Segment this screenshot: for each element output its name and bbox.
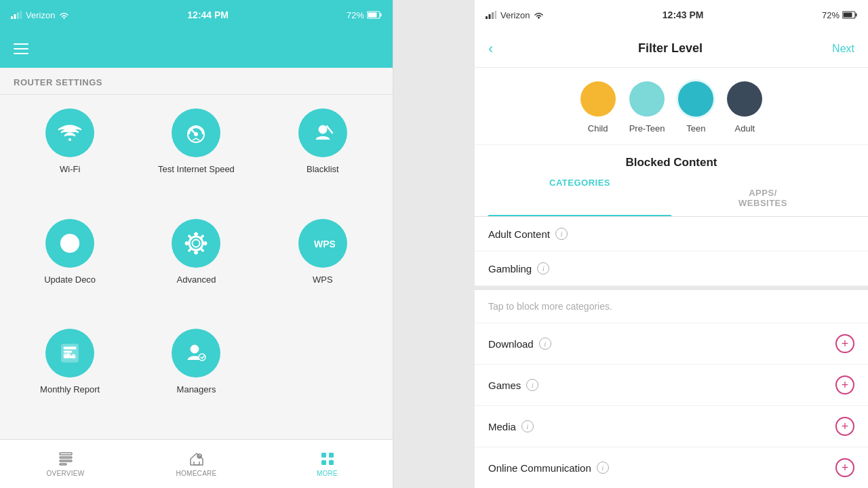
filter-preteen[interactable]: Pre-Teen xyxy=(629,81,665,134)
router-settings-grid: Wi-Fi Test Internet Speed xyxy=(0,95,393,439)
report-icon xyxy=(58,341,82,365)
adult-content-info-icon[interactable]: i xyxy=(555,228,568,240)
media-name: Media xyxy=(488,421,516,432)
nav-homecare-label: HOMECARE xyxy=(176,470,216,477)
battery-right-icon xyxy=(842,11,857,19)
svg-rect-38 xyxy=(489,14,491,19)
filter-teen[interactable]: Teen xyxy=(678,81,713,134)
signal-icon xyxy=(11,11,22,19)
signal-right-icon xyxy=(486,11,496,19)
gambling-name: Gambling xyxy=(488,263,532,274)
grid-item-wps[interactable]: WPS WPS xyxy=(260,219,386,323)
category-download[interactable]: Download i + xyxy=(475,323,868,365)
category-games[interactable]: Games i + xyxy=(475,365,868,406)
svg-rect-33 xyxy=(329,453,334,458)
blacklist-label: Blacklist xyxy=(307,164,339,176)
adult-label: Adult xyxy=(735,123,755,134)
advanced-label: Advanced xyxy=(177,274,216,286)
category-adult-content[interactable]: Adult Content i xyxy=(475,217,868,251)
tab-apps-websites[interactable]: APPS/ WEBSITES xyxy=(671,169,854,216)
download-add-button[interactable]: + xyxy=(835,334,854,353)
svg-rect-22 xyxy=(67,354,69,358)
blocked-content-header: Blocked Content xyxy=(475,145,868,169)
online-communication-add-button[interactable]: + xyxy=(835,458,854,477)
grid-item-test-speed[interactable]: Test Internet Speed xyxy=(133,108,259,212)
category-gambling[interactable]: Gambling i xyxy=(475,251,868,286)
nav-item-overview[interactable]: OVERVIEW xyxy=(0,451,131,477)
svg-rect-3 xyxy=(20,11,22,19)
svg-rect-37 xyxy=(486,16,488,19)
adult-circle xyxy=(727,81,762,117)
blacklist-icon xyxy=(311,121,335,145)
nav-more-label: MORE xyxy=(317,470,338,477)
grid-item-managers[interactable]: Managers xyxy=(133,329,259,432)
svg-point-9 xyxy=(195,133,197,136)
update-deco-icon-circle xyxy=(45,219,94,268)
person-gear-icon xyxy=(184,341,208,365)
svg-rect-32 xyxy=(321,453,326,458)
games-info-icon[interactable]: i xyxy=(526,379,538,391)
download-left: Download i xyxy=(488,338,551,350)
blocked-content-title: Blocked Content xyxy=(625,156,717,169)
monthly-report-label: Monthly Report xyxy=(40,384,100,396)
wifi-icon xyxy=(58,121,82,145)
grid-item-advanced[interactable]: Advanced xyxy=(133,219,259,323)
grid-item-wifi[interactable]: Wi-Fi xyxy=(7,108,133,212)
grid-item-blacklist[interactable]: Blacklist xyxy=(260,108,386,212)
games-add-button[interactable]: + xyxy=(835,375,854,394)
managers-icon-circle xyxy=(172,329,220,378)
svg-point-10 xyxy=(319,125,327,134)
svg-text:WPS: WPS xyxy=(314,239,335,249)
blacklist-icon-circle xyxy=(298,108,347,157)
download-info-icon[interactable]: i xyxy=(539,338,551,350)
media-left: Media i xyxy=(488,420,534,432)
right-status-right: 72% xyxy=(822,10,857,20)
gambling-info-icon[interactable]: i xyxy=(537,262,549,274)
phones-spacer xyxy=(393,0,434,488)
category-online-communication[interactable]: Online Communication i + xyxy=(475,447,868,488)
preteen-label: Pre-Teen xyxy=(629,123,665,134)
managers-label: Managers xyxy=(177,384,216,396)
online-communication-name: Online Communication xyxy=(488,462,591,474)
wps-icon-circle: WPS xyxy=(298,219,347,268)
adult-content-left: Adult Content i xyxy=(488,228,568,240)
tab-categories[interactable]: CATEGORIES xyxy=(488,169,671,216)
update-deco-label: Update Deco xyxy=(44,274,96,286)
more-icon xyxy=(319,451,336,467)
monthly-report-icon-circle xyxy=(45,329,94,378)
grid-item-monthly-report[interactable]: Monthly Report xyxy=(7,329,133,432)
svg-rect-34 xyxy=(321,460,326,465)
bottom-nav: OVERVIEW HOMECARE MORE xyxy=(0,439,393,488)
wifi-label: Wi-Fi xyxy=(60,164,80,176)
filter-child[interactable]: Child xyxy=(580,81,616,134)
download-name: Download xyxy=(488,338,534,350)
category-media[interactable]: Media i + xyxy=(475,406,868,447)
svg-point-41 xyxy=(538,17,540,19)
child-label: Child xyxy=(588,123,608,134)
media-add-button[interactable]: + xyxy=(835,417,854,436)
online-communication-info-icon[interactable]: i xyxy=(597,462,609,474)
next-button[interactable]: Next xyxy=(832,43,854,55)
back-button[interactable]: ‹ xyxy=(488,40,509,58)
upload-icon xyxy=(58,231,82,256)
hamburger-menu-button[interactable] xyxy=(14,43,28,54)
svg-rect-17 xyxy=(64,347,76,349)
grid-item-update-deco[interactable]: Update Deco xyxy=(7,219,133,323)
nav-item-homecare[interactable]: HOMECARE xyxy=(131,451,262,477)
speedometer-icon xyxy=(184,121,208,145)
teen-label: Teen xyxy=(686,123,705,134)
tap-to-block-text: Tap to block more categories. xyxy=(475,290,868,323)
wifi-icon-circle xyxy=(45,108,94,157)
svg-rect-44 xyxy=(843,13,852,18)
left-phone: Verizon 12:44 PM 72% ROUTER SETTINGS xyxy=(0,0,393,488)
advanced-icon-circle xyxy=(172,219,220,268)
grid-item-empty xyxy=(260,329,386,432)
media-info-icon[interactable]: i xyxy=(521,420,534,432)
status-bar-right: 72% xyxy=(347,10,382,20)
wps-label: WPS xyxy=(313,274,333,286)
svg-rect-23 xyxy=(70,356,72,358)
time-left: 12:44 PM xyxy=(187,9,229,20)
nav-item-more[interactable]: MORE xyxy=(262,451,393,477)
filter-adult[interactable]: Adult xyxy=(727,81,762,134)
blocked-content-tabs: CATEGORIES APPS/ WEBSITES xyxy=(475,169,868,217)
